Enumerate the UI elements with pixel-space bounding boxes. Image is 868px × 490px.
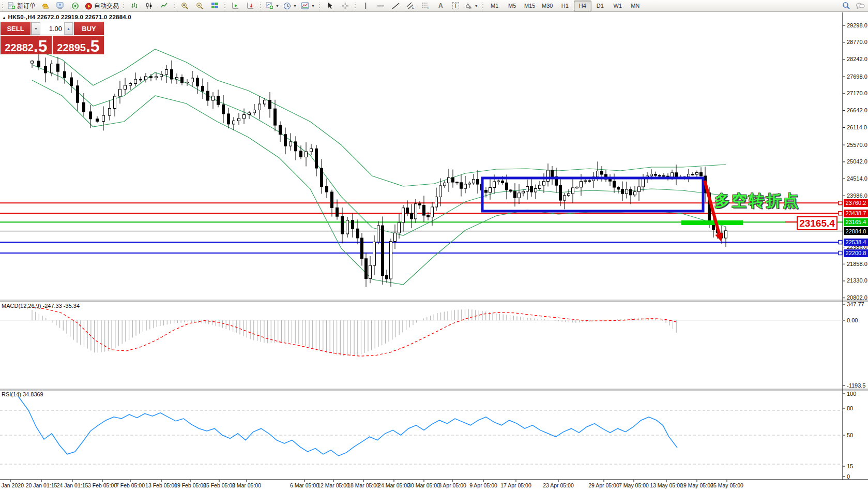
channel-tool-button[interactable]: E <box>403 1 418 11</box>
chart-shift-button[interactable] <box>243 1 258 11</box>
sell-button[interactable]: SELL <box>1 22 31 35</box>
toolbar: 新订单 自动交易 <box>0 0 868 12</box>
cursor-tool-button[interactable] <box>323 1 338 11</box>
tile-windows-button[interactable] <box>207 1 222 11</box>
shapes-tool-button[interactable]: ▼ <box>463 1 480 11</box>
equidistant-channel-icon: E <box>406 2 415 9</box>
new-order-label: 新订单 <box>17 2 36 10</box>
period-button[interactable]: ▼ <box>281 1 299 11</box>
volume-spinbox: ▾ ▴ <box>31 22 73 35</box>
sell-price-panel[interactable]: 22882 .5 <box>1 36 52 54</box>
text-label-tool-button[interactable]: T <box>448 1 463 11</box>
signal-button[interactable] <box>68 1 83 11</box>
svg-text:E: E <box>412 6 414 9</box>
bar-chart-icon <box>131 2 138 9</box>
chevron-down-icon: ▼ <box>475 4 478 8</box>
tf-m30-button[interactable]: M30 <box>539 1 556 11</box>
zoom-out-button[interactable] <box>192 1 207 11</box>
volume-input[interactable] <box>40 22 64 35</box>
toolbar-grip <box>354 2 357 10</box>
trendline-tool-button[interactable] <box>388 1 403 11</box>
signal-icon <box>71 2 79 10</box>
toolbar-grip <box>173 2 176 10</box>
line-chart-icon <box>161 2 168 9</box>
chart-canvas <box>0 0 868 490</box>
fibonacci-tool-button[interactable]: F <box>418 1 433 11</box>
toolbar-grip <box>318 2 321 10</box>
tf-d1-button[interactable]: D1 <box>591 1 609 11</box>
tf-h1-button[interactable]: H1 <box>556 1 574 11</box>
one-click-trading-widget: SELL ▾ ▴ BUY 22882 .5 22895 .5 <box>1 22 104 54</box>
tf-w1-button[interactable]: W1 <box>609 1 627 11</box>
new-chart-icon <box>266 2 273 9</box>
auto-scroll-button[interactable] <box>228 1 243 11</box>
horizontal-line-icon <box>377 3 385 9</box>
trendline-icon <box>392 3 400 9</box>
zoom-in-button[interactable] <box>177 1 192 11</box>
text-label-icon: T <box>452 2 459 9</box>
new-order-button[interactable]: 新订单 <box>6 1 38 11</box>
chevron-down-icon: ▼ <box>276 4 279 8</box>
hline-tool-button[interactable] <box>373 1 388 11</box>
tile-windows-icon <box>211 2 219 9</box>
volume-decrease-button[interactable]: ▾ <box>32 22 40 35</box>
template-icon <box>301 2 309 9</box>
buy-price-panel[interactable]: 22895 .5 <box>53 36 104 54</box>
auto-trading-icon <box>85 2 93 10</box>
search-icon[interactable] <box>842 2 850 10</box>
chart-shift-icon <box>247 2 254 9</box>
vertical-line-icon <box>362 2 369 9</box>
gold-ingot-icon <box>41 2 50 9</box>
auto-trading-button[interactable]: 自动交易 <box>83 1 121 11</box>
candlestick-chart-icon <box>146 2 153 9</box>
new-chart-button[interactable]: ▼ <box>264 1 281 11</box>
chat-icon[interactable] <box>856 2 865 10</box>
tf-m1-button[interactable]: M1 <box>486 1 504 11</box>
terminal-icon <box>56 2 64 9</box>
tf-h4-button[interactable]: H4 <box>574 1 591 11</box>
tf-m5-button[interactable]: M5 <box>504 1 521 11</box>
svg-text:F: F <box>428 6 430 9</box>
chevron-down-icon: ▼ <box>311 4 315 8</box>
crosshair-tool-button[interactable] <box>338 1 353 11</box>
zoom-in-icon <box>181 2 189 10</box>
zoom-out-icon <box>196 2 204 10</box>
toolbar-grip <box>224 2 226 10</box>
line-chart-button[interactable] <box>157 1 172 11</box>
cursor-icon <box>327 2 333 9</box>
toolbar-grip <box>123 2 125 10</box>
buy-button[interactable]: BUY <box>74 22 104 35</box>
fibonacci-icon: F <box>421 2 430 9</box>
buy-price-dec: .5 <box>86 39 100 53</box>
tf-m15-button[interactable]: M15 <box>521 1 539 11</box>
auto-trading-label: 自动交易 <box>94 2 119 10</box>
clock-icon <box>283 2 291 10</box>
bar-chart-button[interactable] <box>127 1 142 11</box>
gold-button[interactable] <box>38 1 53 11</box>
chevron-down-icon: ▼ <box>293 4 297 8</box>
sell-price-int: 22882 <box>5 42 34 53</box>
text-tool-button[interactable]: A <box>433 1 448 11</box>
template-button[interactable]: ▼ <box>299 1 317 11</box>
sell-price-dec: .5 <box>34 39 48 53</box>
toolbar-grip <box>482 2 484 10</box>
candlestick-chart-button[interactable] <box>142 1 157 11</box>
volume-increase-button[interactable]: ▴ <box>64 22 73 35</box>
buy-price-int: 22895 <box>57 42 86 53</box>
auto-scroll-icon <box>232 2 239 9</box>
toolbar-grip <box>2 2 4 10</box>
terminal-button[interactable] <box>53 1 68 11</box>
new-order-icon <box>8 2 16 10</box>
tf-mn-button[interactable]: MN <box>627 1 644 11</box>
crosshair-icon <box>341 2 349 10</box>
toolbar-grip <box>260 2 262 10</box>
vline-tool-button[interactable] <box>358 1 373 11</box>
mt4-window: 新订单 自动交易 <box>0 0 868 490</box>
text-icon: A <box>438 2 443 9</box>
shapes-icon <box>465 3 473 9</box>
